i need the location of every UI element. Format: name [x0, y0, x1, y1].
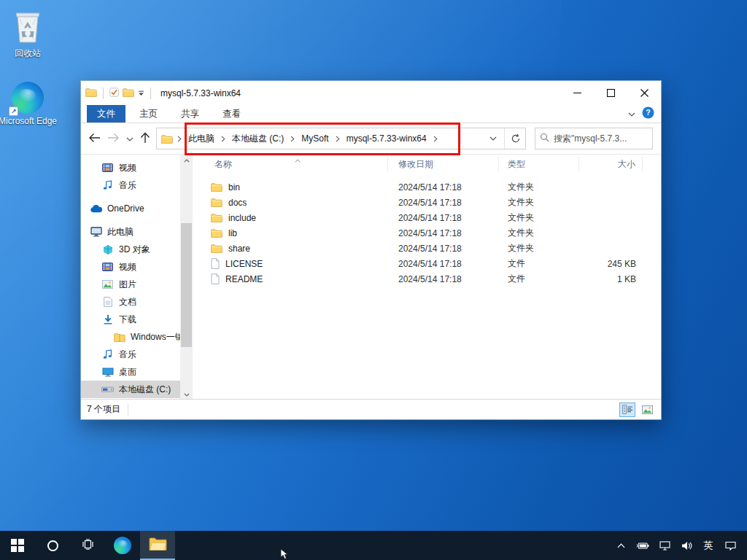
qat-new-folder-icon[interactable]: [123, 88, 134, 99]
sidebar-item-downloads[interactable]: 下载: [81, 311, 180, 328]
folder-icon: [211, 182, 222, 192]
breadcrumb-chevron-icon[interactable]: [432, 136, 439, 142]
title-bar[interactable]: mysql-5.7.33-winx64: [81, 81, 661, 105]
sidebar-item-label: 3D 对象: [119, 244, 150, 256]
help-icon[interactable]: ?: [642, 106, 654, 121]
sidebar-item-label: Windows一键: [131, 331, 180, 343]
breadcrumb-chevron-icon[interactable]: [289, 136, 296, 142]
sidebar-item-this-pc[interactable]: 此电脑: [81, 223, 180, 241]
sidebar-item-label: 此电脑: [107, 226, 133, 238]
start-button[interactable]: [0, 531, 35, 560]
details-view-button[interactable]: [619, 402, 635, 417]
file-name: bin: [228, 182, 240, 192]
desktop-icon-edge[interactable]: ↗ Microsoft Edge: [0, 82, 58, 127]
explorer-window: mysql-5.7.33-winx64 文件 主页 共享 查看 ?: [80, 80, 662, 420]
music-icon: [101, 180, 114, 190]
breadcrumb-chevron-icon[interactable]: [334, 136, 341, 142]
tab-share[interactable]: 共享: [171, 105, 209, 122]
file-row[interactable]: bin2024/5/14 17:18文件夹: [193, 179, 661, 195]
video-icon: [101, 262, 114, 271]
quick-access-toolbar: [81, 88, 153, 99]
breadcrumb-item[interactable]: 本地磁盘 (C:): [227, 128, 289, 149]
onedrive-icon: [90, 205, 102, 213]
file-row[interactable]: share2024/5/14 17:18文件夹: [193, 241, 661, 256]
file-date: 2024/5/14 17:18: [388, 244, 499, 254]
file-date: 2024/5/14 17:18: [388, 182, 499, 192]
search-box[interactable]: 搜索"mysql-5.7.3...: [535, 128, 653, 149]
scrollbar-thumb[interactable]: [181, 223, 192, 347]
sidebar-item-3d-objects[interactable]: 3D 对象: [81, 241, 180, 258]
file-type: 文件夹: [499, 211, 579, 224]
action-center-icon[interactable]: [721, 541, 740, 551]
scroll-up-icon[interactable]: [180, 155, 193, 166]
column-header-type[interactable]: 类型: [499, 157, 579, 171]
column-header-date[interactable]: 修改日期: [388, 157, 499, 171]
file-row[interactable]: docs2024/5/14 17:18文件夹: [193, 195, 661, 210]
breadcrumb-chevron-icon[interactable]: [220, 136, 227, 142]
breadcrumb: 此电脑本地磁盘 (C:)MySoftmysql-5.7.33-winx64: [183, 128, 439, 149]
video-icon: [101, 163, 114, 172]
window-title: mysql-5.7.33-winx64: [160, 88, 241, 98]
sidebar-item-videos[interactable]: 视频: [81, 258, 180, 276]
sidebar-item-label: 图片: [119, 279, 136, 291]
breadcrumb-item[interactable]: 此电脑: [183, 128, 220, 149]
sidebar-item-videos-quick[interactable]: 视频: [81, 159, 180, 176]
thumbnail-view-button[interactable]: [639, 402, 655, 417]
sidebar-item-local-disk-c[interactable]: 本地磁盘 (C:): [81, 381, 180, 398]
ribbon-collapse-icon[interactable]: [628, 109, 635, 119]
battery-icon[interactable]: [633, 542, 652, 550]
file-size: 1 KB: [579, 274, 643, 284]
file-row[interactable]: include2024/5/14 17:18文件夹: [193, 210, 661, 225]
divider: [128, 404, 128, 416]
tab-home[interactable]: 主页: [130, 105, 167, 122]
breadcrumb-item[interactable]: mysql-5.7.33-winx64: [341, 128, 432, 149]
taskbar-explorer-button[interactable]: [140, 531, 175, 560]
downloads-icon: [101, 314, 114, 324]
sidebar-scrollbar[interactable]: [180, 155, 193, 400]
up-button[interactable]: [140, 132, 150, 146]
breadcrumb-item[interactable]: MySoft: [296, 128, 333, 149]
back-button[interactable]: [88, 133, 101, 145]
file-area: 名称 修改日期 类型 大小 bin2024/5/14 17:18文件夹docs2…: [193, 155, 661, 400]
volume-icon[interactable]: [677, 541, 696, 551]
sidebar-item-desktop[interactable]: 桌面: [81, 363, 180, 381]
ime-indicator[interactable]: 英: [699, 539, 718, 552]
forward-button[interactable]: [107, 133, 120, 145]
file-icon: [211, 258, 220, 269]
music-icon: [101, 349, 114, 359]
minimize-button[interactable]: [560, 81, 594, 105]
sidebar-item-music-quick[interactable]: 音乐: [81, 176, 180, 194]
disk-icon: [101, 385, 114, 394]
address-dropdown-icon[interactable]: [484, 136, 503, 141]
file-name: LICENSE: [225, 259, 263, 269]
column-header-size[interactable]: 大小: [579, 157, 643, 171]
sidebar-item-windows-onekey[interactable]: Windows一键: [81, 328, 180, 346]
file-row[interactable]: LICENSE2024/5/14 17:18文件245 KB: [193, 256, 661, 271]
file-row[interactable]: README2024/5/14 17:18文件1 KB: [193, 271, 661, 287]
status-bar: 7 个项目: [81, 399, 661, 419]
navigation-bar: 此电脑本地磁盘 (C:)MySoftmysql-5.7.33-winx64 搜索…: [81, 123, 661, 155]
desktop-icon-recycle-bin[interactable]: 回收站: [0, 7, 58, 59]
task-view-button[interactable]: [70, 531, 105, 560]
maximize-button[interactable]: [594, 81, 627, 105]
close-button[interactable]: [627, 81, 661, 105]
tab-file[interactable]: 文件: [87, 105, 125, 122]
column-header-name[interactable]: 名称: [193, 157, 388, 171]
tab-view[interactable]: 查看: [213, 105, 250, 122]
sidebar-item-label: 文档: [119, 296, 136, 308]
address-bar[interactable]: 此电脑本地磁盘 (C:)MySoftmysql-5.7.33-winx64: [156, 128, 526, 149]
sidebar-item-label: OneDrive: [107, 203, 144, 214]
taskbar-edge-button[interactable]: [105, 531, 140, 560]
show-hidden-icons-button[interactable]: [611, 543, 630, 548]
search-button[interactable]: [35, 531, 70, 560]
sidebar-item-music[interactable]: 音乐: [81, 346, 180, 363]
qat-customize-icon[interactable]: [138, 88, 144, 98]
sidebar-item-documents[interactable]: 文档: [81, 293, 180, 311]
sidebar-item-pictures[interactable]: 图片: [81, 276, 180, 293]
sidebar-item-onedrive[interactable]: OneDrive: [81, 200, 180, 217]
refresh-icon[interactable]: [506, 133, 525, 144]
recent-locations-icon[interactable]: [126, 133, 133, 144]
qat-properties-icon[interactable]: [109, 88, 119, 99]
network-icon[interactable]: [655, 541, 674, 551]
file-row[interactable]: lib2024/5/14 17:18文件夹: [193, 225, 661, 241]
